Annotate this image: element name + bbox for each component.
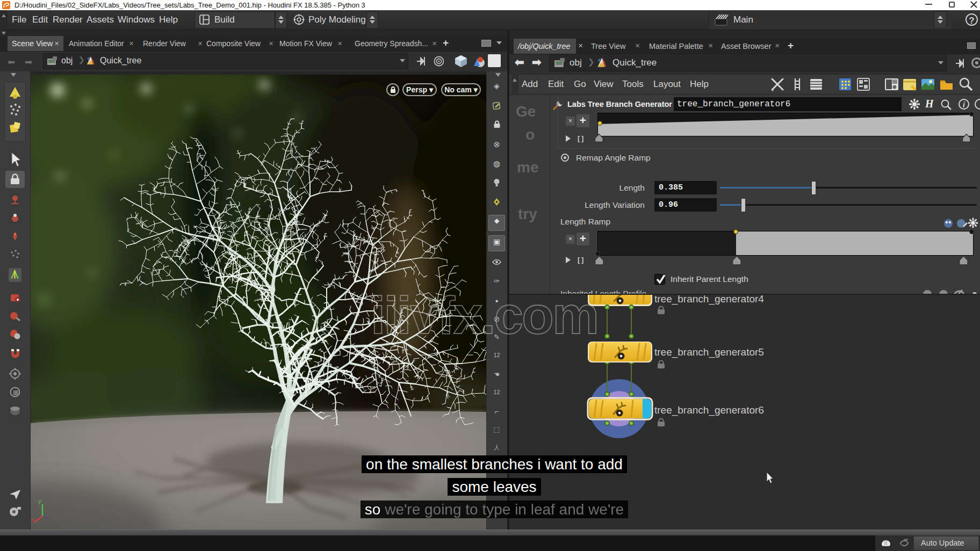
svg-text:tree_branch_generator6: tree_branch_generator6 <box>654 404 764 416</box>
svg-text:tree_branch_generator4: tree_branch_generator4 <box>654 295 764 305</box>
svg-text:tree_branch_generator5: tree_branch_generator5 <box>654 346 764 358</box>
